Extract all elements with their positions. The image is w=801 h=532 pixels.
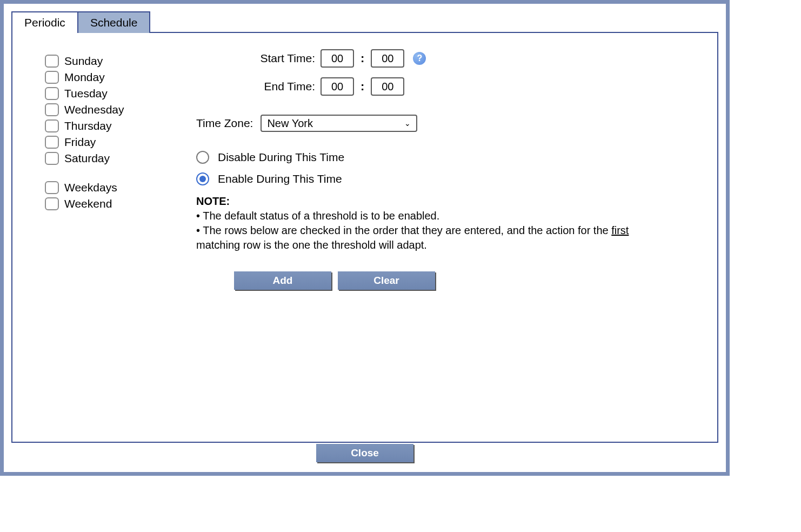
start-time-minute-input[interactable]	[371, 49, 404, 68]
radio-enable-label: Enable During This Time	[218, 172, 342, 185]
start-time-label: Start Time:	[196, 52, 315, 65]
start-time-hour-input[interactable]	[321, 49, 354, 68]
checkbox-monday[interactable]	[45, 71, 59, 84]
time-colon: :	[359, 51, 365, 65]
label-thursday: Thursday	[64, 119, 112, 132]
note-bullet-2-post: matching row is the one the threshold wi…	[196, 239, 427, 251]
tab-content: Sunday Monday Tuesday Wednesday	[11, 32, 718, 443]
note-bullet-2-pre: • The rows below are checked in the orde…	[196, 224, 611, 236]
label-monday: Monday	[64, 71, 105, 84]
note-block: NOTE: • The default status of a threshol…	[196, 194, 634, 252]
end-time-minute-input[interactable]	[371, 77, 404, 96]
end-time-row: End Time: :	[196, 77, 701, 96]
dialog-frame: Periodic Schedule Sunday Monday Tuesd	[0, 0, 730, 476]
checkbox-row-thursday: Thursday	[45, 119, 153, 132]
end-time-label: End Time:	[196, 80, 315, 93]
checkbox-row-monday: Monday	[45, 71, 153, 84]
radio-disable-label: Disable During This Time	[218, 151, 344, 164]
time-colon: :	[359, 79, 365, 94]
checkbox-friday[interactable]	[45, 136, 59, 149]
checkbox-row-wednesday: Wednesday	[45, 103, 153, 116]
tabs-wrap: Periodic Schedule Sunday Monday Tuesd	[11, 11, 718, 444]
checkbox-saturday[interactable]	[45, 152, 59, 165]
days-column: Sunday Monday Tuesday Wednesday	[45, 49, 153, 290]
help-icon[interactable]: ?	[413, 52, 426, 65]
tab-row: Periodic Schedule	[11, 11, 718, 33]
end-time-hour-input[interactable]	[321, 77, 354, 96]
clear-button[interactable]: Clear	[338, 271, 435, 290]
radio-disable[interactable]	[196, 151, 209, 164]
content-cols: Sunday Monday Tuesday Wednesday	[45, 49, 701, 290]
checkbox-thursday[interactable]	[45, 119, 59, 132]
label-wednesday: Wednesday	[64, 103, 124, 116]
label-friday: Friday	[64, 136, 96, 149]
close-wrap: Close	[4, 444, 726, 462]
checkbox-sunday[interactable]	[45, 55, 59, 68]
checkbox-row-weekdays: Weekdays	[45, 181, 153, 194]
label-weekend: Weekend	[64, 197, 112, 210]
start-time-row: Start Time: : ?	[196, 49, 701, 68]
checkbox-row-saturday: Saturday	[45, 152, 153, 165]
checkbox-row-weekend: Weekend	[45, 197, 153, 210]
checkbox-row-friday: Friday	[45, 136, 153, 149]
settings-column: Start Time: : ? End Time: : Time Zone:	[196, 49, 701, 290]
checkbox-row-sunday: Sunday	[45, 55, 153, 68]
timezone-selected-value: New York	[267, 117, 313, 130]
button-row: Add Clear	[234, 271, 701, 290]
checkbox-tuesday[interactable]	[45, 87, 59, 100]
radio-row-enable: Enable During This Time	[196, 172, 701, 185]
label-sunday: Sunday	[64, 55, 103, 68]
timezone-label: Time Zone:	[196, 117, 253, 130]
checkbox-weekend[interactable]	[45, 197, 59, 210]
timezone-select[interactable]: New York ⌄	[261, 115, 417, 132]
radio-row-disable: Disable During This Time	[196, 151, 701, 164]
label-weekdays: Weekdays	[64, 181, 117, 194]
radio-enable[interactable]	[196, 172, 209, 185]
label-saturday: Saturday	[64, 152, 110, 165]
timezone-row: Time Zone: New York ⌄	[196, 115, 701, 132]
tab-schedule[interactable]: Schedule	[77, 11, 151, 33]
chevron-down-icon: ⌄	[404, 119, 411, 128]
checkbox-weekdays[interactable]	[45, 181, 59, 194]
tab-periodic[interactable]: Periodic	[11, 11, 78, 33]
checkbox-row-tuesday: Tuesday	[45, 87, 153, 100]
note-title: NOTE:	[196, 195, 230, 207]
note-bullet-1: • The default status of a threshold is t…	[196, 210, 439, 222]
add-button[interactable]: Add	[234, 271, 331, 290]
checkbox-wednesday[interactable]	[45, 103, 59, 116]
note-bullet-2-underline: first	[611, 224, 629, 236]
close-button[interactable]: Close	[316, 444, 413, 462]
label-tuesday: Tuesday	[64, 87, 108, 100]
